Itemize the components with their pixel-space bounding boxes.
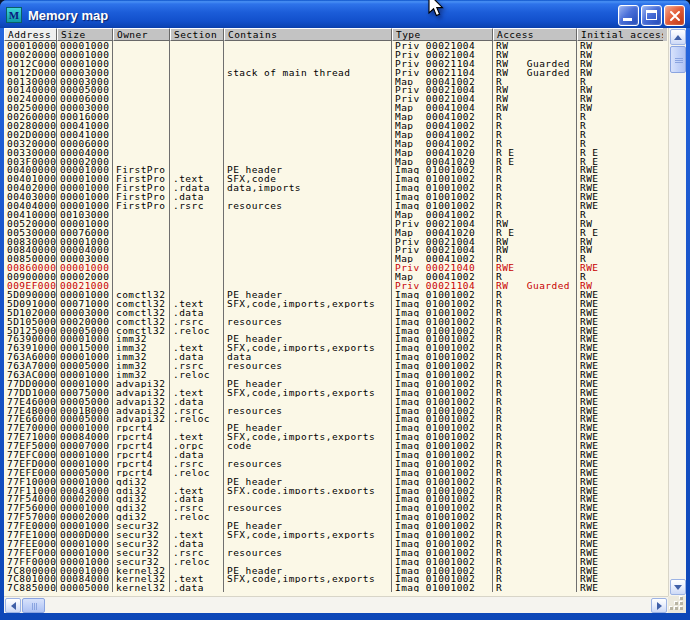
cell-address[interactable]: 77F11000 [4,486,57,495]
cell-contains[interactable] [224,557,392,566]
cell-contains[interactable]: code [224,441,392,450]
cell-type[interactable]: Imag 01001002 [392,459,493,468]
table-row[interactable]: 77FEE00000001000secur32.dataImag 0100100… [4,539,667,548]
cell-type[interactable]: Imag 01001002 [392,441,493,450]
cell-contains[interactable]: data,imports [224,183,392,192]
table-row[interactable]: 77E4600000005000advapi32.dataImag 010010… [4,397,667,406]
cell-address[interactable]: 00850000 [4,254,57,263]
cell-address[interactable]: 7C800000 [4,566,57,575]
cell-access[interactable]: R [493,352,577,361]
cell-initial-access[interactable]: RW [577,94,663,103]
cell-type[interactable]: Imag 01001002 [392,165,493,174]
cell-size[interactable]: 00006000 [57,94,113,103]
cell-access[interactable]: R [493,308,577,317]
cell-owner[interactable] [113,254,170,263]
cell-address[interactable]: 76390000 [4,334,57,343]
cell-section[interactable]: .text [170,530,224,539]
table-row[interactable]: 0014000000005000Priv 00021004RWRW [4,85,667,94]
cell-section[interactable]: .data [170,192,224,201]
cell-owner[interactable]: imm32 [113,352,170,361]
cell-address[interactable]: 5D105000 [4,317,57,326]
table-row[interactable]: 77F1100000043000gdi32.textSFX,code,impor… [4,486,667,495]
cell-access[interactable]: RW [493,237,577,246]
cell-section[interactable] [170,228,224,237]
cell-owner[interactable] [113,281,170,290]
cell-size[interactable]: 00001000 [57,334,113,343]
cell-size[interactable]: 00021000 [57,281,113,290]
cell-initial-access[interactable]: RWE [577,201,663,210]
cell-type[interactable]: Imag 01001002 [392,317,493,326]
cell-contains[interactable] [224,228,392,237]
cell-size[interactable]: 00003000 [57,68,113,77]
cell-address[interactable]: 763A6000 [4,352,57,361]
cell-size[interactable]: 00003000 [57,103,113,112]
cell-section[interactable]: .rsrc [170,201,224,210]
cell-section[interactable] [170,157,224,166]
cell-section[interactable] [170,566,224,575]
cell-owner[interactable]: advapi32 [113,388,170,397]
cell-address[interactable]: 5D091000 [4,299,57,308]
cell-owner[interactable] [113,41,170,50]
cell-section[interactable]: .data [170,494,224,503]
cell-access[interactable]: R [493,139,577,148]
cell-access[interactable]: R [493,503,577,512]
cell-contains[interactable]: PE header [224,477,392,486]
table-row[interactable]: 0012D00000003000stack of main threadPriv… [4,68,667,77]
cell-contains[interactable] [224,539,392,548]
cell-address[interactable]: 00403000 [4,192,57,201]
cell-access[interactable]: R [493,130,577,139]
cell-access[interactable]: RW Guarded [493,59,577,68]
cell-section[interactable]: .reloc [170,512,224,521]
cell-section[interactable] [170,130,224,139]
cell-initial-access[interactable]: R [577,112,663,121]
cell-initial-access[interactable]: RW [577,281,663,290]
cell-address[interactable]: 00240000 [4,94,57,103]
cell-owner[interactable]: gdi32 [113,477,170,486]
cell-type[interactable]: Priv 00021004 [392,245,493,254]
cell-section[interactable]: .text [170,432,224,441]
cell-contains[interactable]: resources [224,459,392,468]
table-row[interactable]: 0040100000001000FirstPro.textSFX,codeIma… [4,174,667,183]
cell-section[interactable] [170,210,224,219]
cell-section[interactable]: .rsrc [170,503,224,512]
cell-initial-access[interactable]: RW [577,59,663,68]
cell-address[interactable]: 00250000 [4,103,57,112]
cell-access[interactable]: RW [493,50,577,59]
table-row[interactable]: 77F1000000001000gdi32PE headerImag 01001… [4,477,667,486]
cell-contains[interactable] [224,59,392,68]
cell-size[interactable]: 00001000 [57,521,113,530]
cell-owner[interactable]: secur32 [113,530,170,539]
cell-contains[interactable] [224,237,392,246]
cell-type[interactable]: Priv 00021004 [392,219,493,228]
cell-section[interactable]: .data [170,352,224,361]
cell-owner[interactable]: kernel32 [113,583,170,592]
cell-initial-access[interactable]: RWE [577,183,663,192]
cell-address[interactable]: 77EFC000 [4,450,57,459]
cell-section[interactable]: .text [170,388,224,397]
cell-access[interactable]: R [493,343,577,352]
horizontal-scrollbar[interactable] [4,596,668,613]
cell-access[interactable]: R [493,521,577,530]
cell-contains[interactable] [224,41,392,50]
cell-address[interactable]: 5D090000 [4,290,57,299]
table-row[interactable]: 77E4B0000001B000advapi32.rsrcresourcesIm… [4,406,667,415]
cell-size[interactable]: 00043000 [57,486,113,495]
cell-owner[interactable]: rpcrt4 [113,432,170,441]
cell-contains[interactable]: resources [224,503,392,512]
cell-type[interactable]: Imag 01001002 [392,486,493,495]
cell-owner[interactable]: rpcrt4 [113,423,170,432]
table-row[interactable]: 0033000000004000Map 00041020R ER E [4,148,667,157]
cell-owner[interactable] [113,77,170,86]
cell-size[interactable]: 00001000 [57,548,113,557]
cell-initial-access[interactable]: RWE [577,192,663,201]
cell-address[interactable]: 00860000 [4,263,57,272]
cell-initial-access[interactable]: RWE [577,566,663,575]
cell-owner[interactable]: gdi32 [113,503,170,512]
cell-contains[interactable] [224,326,392,335]
cell-size[interactable]: 00001000 [57,379,113,388]
cell-access[interactable]: R E [493,148,577,157]
cell-type[interactable]: Map 00041002 [392,272,493,281]
table-row[interactable]: 7639000000001000imm32PE headerImag 01001… [4,334,667,343]
cell-access[interactable]: RW [493,245,577,254]
cell-size[interactable]: 00001000 [57,459,113,468]
